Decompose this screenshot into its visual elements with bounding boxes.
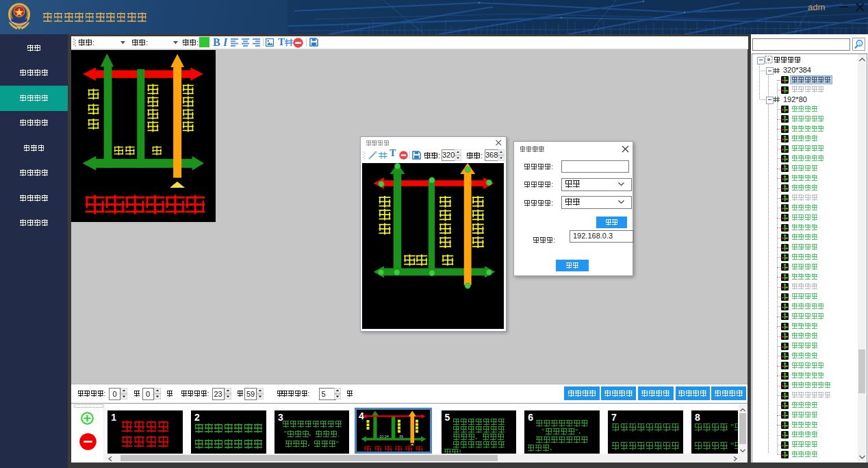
svg-text:39: 39 (399, 434, 403, 439)
svg-text:10:24: 10:24 (379, 434, 389, 439)
svg-text:3: 3 (858, 42, 861, 46)
svg-text:4: 4 (359, 410, 364, 421)
